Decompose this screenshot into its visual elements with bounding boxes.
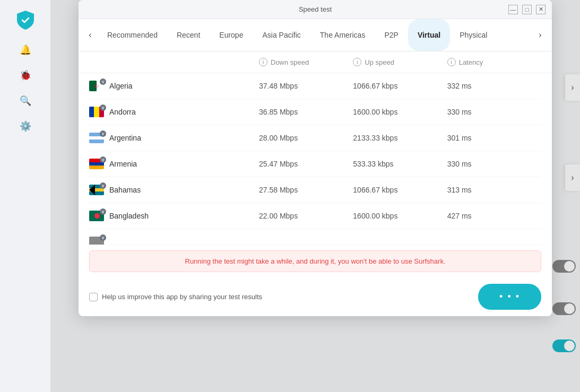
tab-asia-pacific[interactable]: Asia Pacific: [253, 19, 310, 51]
virtual-badge-bahamas: V: [100, 182, 106, 189]
up-speed-info-icon[interactable]: i: [353, 58, 361, 66]
tab-the-americas[interactable]: The Americas: [310, 19, 375, 51]
country-name-andorra: Andorra: [109, 108, 136, 116]
sidebar: 🔔 🐞 🔍 ⚙️: [0, 0, 50, 392]
flag-wrapper-algeria: ☪ V: [89, 81, 104, 91]
app-logo: [17, 11, 34, 32]
tab-virtual[interactable]: Virtual: [408, 19, 450, 51]
table-row[interactable]: V Armenia 25.47 Mbps 533.33 kbps 330 ms: [89, 151, 541, 177]
country-info-armenia: V Armenia: [89, 159, 259, 169]
latency-argentina: 301 ms: [447, 134, 541, 142]
share-results-checkbox[interactable]: [89, 293, 98, 301]
latency-info-icon[interactable]: i: [447, 58, 456, 66]
title-bar: Speed test — □ ✕: [79, 0, 552, 19]
col-header-latency: i Latency: [447, 58, 541, 66]
col-header-down-speed: i Down speed: [259, 58, 353, 66]
flag-wrapper-argentina: V: [89, 133, 104, 143]
tab-europe[interactable]: Europe: [210, 19, 253, 51]
warning-bar: Running the test might take a while, and…: [89, 250, 541, 272]
down-speed-bahamas: 27.58 Mbps: [259, 186, 353, 194]
country-name-argentina: Argentina: [109, 134, 141, 142]
desktop-background: 🔔 🐞 🔍 ⚙️ › › Speed test — □: [0, 0, 580, 392]
tab-p2p[interactable]: P2P: [375, 19, 408, 51]
down-speed-info-icon[interactable]: i: [259, 58, 267, 66]
share-results-text: Help us improve this app by sharing your…: [102, 293, 262, 301]
country-info-bahamas: V Bahamas: [89, 185, 259, 195]
table-row[interactable]: V Argentina 28.00 Mbps 2133.33 kbps 301 …: [89, 125, 541, 151]
sidebar-icon-bell[interactable]: 🔔: [18, 42, 33, 57]
sidebar-icon-bug[interactable]: 🐞: [18, 68, 33, 83]
tabs-container: ‹ Recommended Recent Europe Asia Pacific…: [79, 19, 552, 51]
tabs-list: Recommended Recent Europe Asia Pacific T…: [98, 19, 533, 51]
up-speed-argentina: 2133.33 kbps: [353, 134, 447, 142]
window-controls: — □ ✕: [508, 5, 546, 14]
virtual-badge-andorra: V: [100, 104, 106, 111]
table-row[interactable]: V Andorra 36.85 Mbps 1600.00 kbps 330 ms: [89, 99, 541, 125]
virtual-badge-partial: V: [100, 234, 106, 241]
table-row-partial: V: [89, 229, 541, 245]
col-header-up-speed: i Up speed: [353, 58, 447, 66]
up-speed-bangladesh: 1600.00 kbps: [353, 212, 447, 220]
run-test-button[interactable]: • • •: [478, 284, 541, 310]
flag-wrapper-bangladesh: V: [89, 211, 104, 221]
column-headers: i Down speed i Up speed i Latency: [79, 51, 552, 73]
down-speed-armenia: 25.47 Mbps: [259, 160, 353, 168]
down-speed-andorra: 36.85 Mbps: [259, 108, 353, 116]
country-info-partial: V: [89, 237, 259, 245]
latency-andorra: 330 ms: [447, 108, 541, 116]
flag-wrapper-bahamas: V: [89, 185, 104, 195]
virtual-badge-argentina: V: [100, 130, 106, 137]
maximize-button[interactable]: □: [522, 5, 532, 14]
tabs-right-arrow[interactable]: ›: [533, 28, 548, 42]
tab-physical[interactable]: Physical: [450, 19, 497, 51]
warning-text: Running the test might take a while, and…: [185, 257, 446, 265]
flag-wrapper-armenia: V: [89, 159, 104, 169]
country-name-algeria: Algeria: [109, 82, 133, 90]
country-name-armenia: Armenia: [109, 160, 137, 168]
flag-wrapper-andorra: V: [89, 107, 104, 117]
country-info-bangladesh: V Bangladesh: [89, 211, 259, 221]
down-speed-bangladesh: 22.00 Mbps: [259, 212, 353, 220]
country-info-algeria: ☪ V Algeria: [89, 81, 259, 91]
latency-bangladesh: 427 ms: [447, 212, 541, 220]
col-header-up-speed-label: Up speed: [365, 58, 394, 66]
flag-wrapper-partial: V: [89, 237, 104, 245]
close-button[interactable]: ✕: [536, 5, 546, 14]
country-name-bahamas: Bahamas: [109, 186, 141, 194]
table-row[interactable]: V Bangladesh 22.00 Mbps 1600.00 kbps 427…: [89, 203, 541, 229]
virtual-badge-armenia: V: [100, 156, 106, 163]
modal-title: Speed test: [299, 5, 332, 13]
share-results-label[interactable]: Help us improve this app by sharing your…: [89, 293, 472, 301]
modal-footer: Help us improve this app by sharing your…: [79, 277, 552, 316]
run-test-button-label: • • •: [499, 291, 520, 302]
virtual-badge-bangladesh: V: [100, 208, 106, 215]
tab-recent[interactable]: Recent: [167, 19, 210, 51]
up-speed-algeria: 1066.67 kbps: [353, 82, 447, 90]
col-header-down-speed-label: Down speed: [271, 58, 309, 66]
down-speed-algeria: 37.48 Mbps: [259, 82, 353, 90]
col-header-latency-label: Latency: [459, 58, 483, 66]
virtual-badge-algeria: V: [100, 79, 106, 85]
table-row[interactable]: ☪ V Algeria 37.48 Mbps 1066.67 kbps 332 …: [89, 73, 541, 99]
latency-armenia: 330 ms: [447, 160, 541, 168]
country-list: ☪ V Algeria 37.48 Mbps 1066.67 kbps 332 …: [79, 73, 552, 245]
latency-algeria: 332 ms: [447, 82, 541, 90]
country-info-andorra: V Andorra: [89, 107, 259, 117]
modal-overlay: Speed test — □ ✕ ‹ Recommended Recent Eu…: [50, 0, 580, 392]
country-name-bangladesh: Bangladesh: [109, 212, 149, 220]
up-speed-andorra: 1600.00 kbps: [353, 108, 447, 116]
up-speed-armenia: 533.33 kbps: [353, 160, 447, 168]
sidebar-icon-gear[interactable]: ⚙️: [18, 119, 33, 134]
minimize-button[interactable]: —: [508, 5, 518, 14]
tab-recommended[interactable]: Recommended: [98, 19, 167, 51]
speed-test-modal: Speed test — □ ✕ ‹ Recommended Recent Eu…: [79, 0, 552, 316]
down-speed-argentina: 28.00 Mbps: [259, 134, 353, 142]
table-row[interactable]: V Bahamas 27.58 Mbps 1066.67 kbps 313 ms: [89, 177, 541, 203]
up-speed-bahamas: 1066.67 kbps: [353, 186, 447, 194]
latency-bahamas: 313 ms: [447, 186, 541, 194]
sidebar-icon-search[interactable]: 🔍: [18, 93, 33, 108]
tabs-left-arrow[interactable]: ‹: [83, 28, 98, 42]
country-info-argentina: V Argentina: [89, 133, 259, 143]
